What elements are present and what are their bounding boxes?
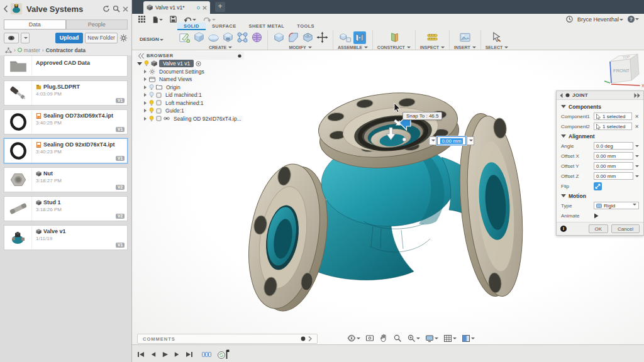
tab-tools[interactable]: TOOLS	[291, 23, 321, 30]
offset-x-input[interactable]: 0.00 mm	[594, 152, 633, 160]
document-tab[interactable]: Valve v1 v1*	[143, 1, 210, 14]
construct-plane-button[interactable]	[387, 31, 400, 44]
tree-node[interactable]: Named Views	[136, 75, 244, 84]
list-item[interactable]: Stud 1 3:18:26 PM V2	[4, 196, 128, 221]
expanded-icon[interactable]	[137, 62, 142, 68]
clear-selection-icon[interactable]: ✕	[635, 114, 639, 119]
view-toggle-dropdown[interactable]	[21, 33, 30, 43]
go-to-end-icon[interactable]	[186, 351, 193, 358]
list-item[interactable]: Valve v1 1/11/19 V1	[4, 225, 128, 250]
collapsed-icon[interactable]	[144, 77, 148, 81]
list-item-folder[interactable]: Approved CAD Data	[4, 55, 128, 77]
fit-tool[interactable]	[407, 334, 420, 343]
offset-y-input[interactable]: 0.00 mm	[594, 162, 633, 170]
clear-selection-icon[interactable]: ✕	[635, 124, 639, 129]
tree-root-row[interactable]: Valve v1 v1	[136, 60, 244, 68]
spinner-down-button[interactable]	[429, 136, 436, 145]
list-item-selected[interactable]: Sealing OD 92xID76xT4.ipt 3:40:23 PM V1	[4, 138, 128, 163]
viewcube[interactable]: FRONT TOP X	[602, 52, 644, 90]
new-component-button[interactable]	[339, 31, 352, 44]
select-button[interactable]	[491, 31, 503, 44]
new-tab-button[interactable]: +	[215, 2, 225, 12]
group-label-select[interactable]: SELECT	[486, 45, 509, 50]
breadcrumb-branch[interactable]: master	[24, 47, 40, 53]
bulb-on-icon[interactable]	[144, 60, 149, 67]
activate-radio-icon[interactable]	[196, 61, 201, 67]
animate-play-icon[interactable]	[594, 213, 599, 219]
comments-bar[interactable]: COMMENTS	[137, 334, 318, 344]
fillet-button[interactable]	[287, 31, 299, 44]
dock-right-icon[interactable]	[634, 93, 640, 98]
measure-button[interactable]	[426, 31, 438, 44]
extrude-button[interactable]	[192, 31, 205, 44]
collapsed-icon[interactable]	[144, 109, 148, 112]
tree-node[interactable]: Loft machined:1	[136, 99, 244, 107]
tree-node[interactable]: Sealing OD 92xID76xT4.ip...	[136, 115, 244, 123]
component1-selector[interactable]: 1 selected	[594, 112, 632, 120]
list-item[interactable]: Sealing OD73xID59xT4.ipt 3:40:25 PM V1	[4, 109, 128, 134]
shell-button[interactable]	[301, 31, 314, 44]
tab-surface[interactable]: SURFACE	[206, 23, 243, 30]
refresh-icon[interactable]	[103, 5, 110, 13]
go-to-start-icon[interactable]	[137, 351, 145, 358]
move-button[interactable]	[316, 31, 328, 44]
redo-button[interactable]	[203, 16, 216, 23]
look-at-tool[interactable]	[365, 334, 374, 343]
create-sketch-button[interactable]	[178, 31, 191, 44]
search-icon[interactable]	[113, 5, 120, 13]
tab-sheet-metal[interactable]: SHEET METAL	[243, 23, 291, 30]
joint-dialog-header[interactable]: JOINT	[557, 91, 643, 100]
joint-tool-button-active[interactable]	[353, 31, 366, 44]
viewports-settings[interactable]	[462, 334, 475, 343]
tree-root-label[interactable]: Valve v1 v1	[159, 60, 194, 67]
group-label-construct[interactable]: CONSTRUCT	[377, 45, 411, 50]
tree-node[interactable]: Origin	[136, 84, 244, 92]
collapsed-icon[interactable]	[144, 93, 148, 97]
undo-button[interactable]	[184, 16, 196, 23]
info-icon[interactable]: i	[560, 226, 567, 232]
timeline-group-icon[interactable]	[202, 351, 212, 358]
list-item[interactable]: Nut 3:18:27 PM V2	[4, 167, 128, 192]
chevron-down-icon[interactable]	[635, 165, 639, 169]
spinner-up-button[interactable]	[467, 136, 474, 145]
tree-node[interactable]: Document Settings	[136, 68, 244, 76]
ok-button[interactable]: OK	[589, 224, 609, 233]
cancel-button[interactable]: Cancel	[611, 224, 640, 233]
close-tab-icon[interactable]	[203, 6, 207, 10]
dock-left-icon[interactable]	[560, 93, 563, 98]
type-select[interactable]: Rigid	[594, 202, 639, 209]
browser-header[interactable]: BROWSER	[136, 52, 244, 60]
breadcrumb-folder[interactable]: Contractor data	[46, 47, 86, 53]
new-folder-button[interactable]: New Folder	[85, 33, 118, 43]
bulb-off-icon[interactable]	[149, 92, 154, 98]
help-menu[interactable]: ?	[628, 16, 639, 23]
flip-button[interactable]	[594, 182, 602, 190]
chevron-down-icon[interactable]	[635, 145, 639, 149]
pan-tool[interactable]	[379, 334, 388, 343]
components-section-header[interactable]: Components	[561, 102, 639, 111]
view-toggle-button[interactable]	[4, 33, 19, 43]
collapsed-icon[interactable]	[144, 117, 148, 121]
step-forward-icon[interactable]	[174, 351, 180, 358]
play-icon[interactable]	[162, 351, 169, 358]
display-dot-icon[interactable]	[238, 54, 242, 58]
press-pull-button[interactable]	[272, 31, 285, 44]
comments-dot-icon[interactable]	[301, 336, 306, 341]
orbit-tool[interactable]	[347, 334, 360, 343]
motion-section-header[interactable]: Motion	[561, 191, 639, 200]
display-settings[interactable]	[425, 334, 438, 343]
timeline-scrubber[interactable]	[217, 349, 230, 359]
insert-button[interactable]	[458, 31, 471, 44]
collapse-panel-icon[interactable]	[138, 53, 144, 58]
hub-icon[interactable]	[5, 47, 12, 53]
alignment-section-header[interactable]: Alignment	[561, 131, 639, 141]
collapsed-icon[interactable]	[144, 101, 148, 105]
back-icon[interactable]	[3, 5, 8, 13]
design-menu[interactable]: DESIGN	[140, 36, 164, 42]
group-label-insert[interactable]: INSERT	[454, 45, 476, 50]
bulb-on-icon[interactable]	[149, 107, 154, 114]
group-label-modify[interactable]: MODIFY	[289, 45, 311, 50]
offset-value-input[interactable]: 0.00 mm	[437, 136, 466, 145]
user-name-menu[interactable]: Bryce Heventhal	[577, 16, 623, 23]
expand-right-icon[interactable]	[308, 336, 312, 341]
